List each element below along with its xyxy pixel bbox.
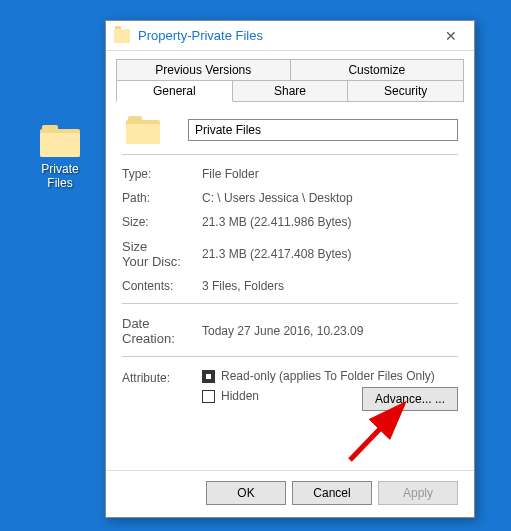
properties-dialog: Property-Private Files ✕ Previous Versio… — [105, 20, 475, 518]
readonly-label: Read-only (applies To Folder Files Only) — [221, 369, 435, 383]
close-button[interactable]: ✕ — [436, 28, 466, 44]
contents-label: Contents: — [122, 279, 202, 293]
size-value: 21.3 MB (22.411.986 Bytes) — [202, 215, 458, 229]
folder-icon — [126, 116, 160, 144]
contents-value: 3 Files, Folders — [202, 279, 458, 293]
attribute-label: Attribute: — [122, 369, 202, 411]
type-value: File Folder — [202, 167, 458, 181]
checkbox-icon — [202, 370, 215, 383]
type-label: Type: — [122, 167, 202, 181]
date-creation-label: Date Creation: — [122, 316, 202, 346]
titlebar[interactable]: Property-Private Files ✕ — [106, 21, 474, 51]
checkbox-icon — [202, 390, 215, 403]
tab-general[interactable]: General — [116, 80, 233, 102]
tab-share[interactable]: Share — [233, 80, 349, 102]
folder-icon — [40, 125, 80, 157]
divider — [122, 303, 458, 304]
advanced-button[interactable]: Advance... ... — [362, 387, 458, 411]
folder-name-input[interactable] — [188, 119, 458, 141]
path-label: Path: — [122, 191, 202, 205]
desktop-folder-label: Private Files — [30, 162, 90, 190]
size-label: Size: — [122, 215, 202, 229]
tab-customize[interactable]: Customize — [290, 59, 465, 80]
path-value: C: \ Users Jessica \ Desktop — [202, 191, 458, 205]
readonly-checkbox-row[interactable]: Read-only (applies To Folder Files Only) — [202, 369, 458, 383]
size-on-disk-label: Size Your Disc: — [122, 239, 202, 269]
general-tab-content: Type: File Folder Path: C: \ Users Jessi… — [106, 102, 474, 470]
divider — [122, 154, 458, 155]
apply-button[interactable]: Apply — [378, 481, 458, 505]
dialog-title: Property-Private Files — [138, 28, 436, 43]
hidden-label: Hidden — [221, 389, 259, 403]
ok-button[interactable]: OK — [206, 481, 286, 505]
divider — [122, 356, 458, 357]
dialog-buttons: OK Cancel Apply — [106, 470, 474, 517]
size-on-disk-value: 21.3 MB (22.417.408 Bytes) — [202, 247, 458, 261]
folder-icon — [114, 29, 130, 43]
date-creation-value: Today 27 June 2016, 10.23.09 — [202, 324, 458, 338]
desktop-folder-private-files[interactable]: Private Files — [30, 125, 90, 190]
tab-security[interactable]: Security — [348, 80, 464, 102]
tab-previous-versions[interactable]: Previous Versions — [116, 59, 290, 80]
cancel-button[interactable]: Cancel — [292, 481, 372, 505]
